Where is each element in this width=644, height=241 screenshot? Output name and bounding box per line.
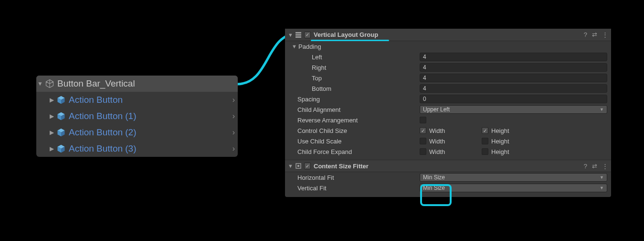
hierarchy-item-child[interactable]: ▶ Action Button (1) › xyxy=(36,108,238,124)
property-label: Horizontal Fit xyxy=(297,174,420,181)
hierarchy-item-child[interactable]: ▶ Action Button › xyxy=(36,92,238,108)
property-label: Reverse Arrangement xyxy=(297,117,420,124)
foldout-arrow-icon[interactable]: ▶ xyxy=(48,113,55,120)
prefab-open-icon[interactable]: › xyxy=(232,112,235,120)
foldout-arrow-icon[interactable]: ▼ xyxy=(36,80,44,87)
control-height-checkbox[interactable]: ✓ xyxy=(482,127,488,134)
component-title: Content Size Fitter xyxy=(314,163,579,170)
foldout-arrow-icon[interactable]: ▼ xyxy=(288,163,294,169)
vertical-fit-dropdown[interactable]: Min Size▼ xyxy=(420,184,607,192)
checkbox-sublabel: Height xyxy=(491,138,509,145)
foldout-arrow-icon[interactable]: ▼ xyxy=(288,32,294,38)
prefab-open-icon[interactable]: › xyxy=(232,128,235,137)
component-header-vertical-layout-group[interactable]: ▼ ✓ Vertical Layout Group ? ⇄ ⋮ xyxy=(285,29,611,41)
prefab-open-icon[interactable]: › xyxy=(232,96,235,104)
checkbox-sublabel: Height xyxy=(491,127,509,134)
component-icon xyxy=(295,31,302,39)
kebab-menu-icon[interactable]: ⋮ xyxy=(602,163,608,170)
property-row-vertical-fit: Vertical Fit Min Size▼ xyxy=(285,183,611,193)
inspector-panel: ▼ ✓ Vertical Layout Group ? ⇄ ⋮ ▼ Paddin… xyxy=(285,29,611,197)
checkbox-sublabel: Width xyxy=(429,148,445,155)
property-row-top: Top 4 xyxy=(285,73,611,83)
property-row-child-force-expand: Child Force Expand Width Height xyxy=(285,146,611,157)
property-row-child-alignment: Child Alignment Upper Left▼ xyxy=(285,104,611,115)
child-alignment-dropdown[interactable]: Upper Left▼ xyxy=(420,105,607,114)
svg-rect-4 xyxy=(297,165,299,167)
horizontal-fit-dropdown[interactable]: Min Size▼ xyxy=(420,173,607,182)
svg-rect-2 xyxy=(296,36,301,38)
property-row-reverse: Reverse Arrangement xyxy=(285,115,611,125)
property-label: Left xyxy=(312,54,420,61)
foldout-arrow-icon[interactable]: ▶ xyxy=(48,97,55,103)
hierarchy-label: Button Bar_Vertical xyxy=(57,78,235,89)
property-label: Control Child Size xyxy=(297,127,420,134)
control-width-checkbox[interactable]: ✓ xyxy=(420,127,426,134)
prefab-icon xyxy=(55,143,67,154)
reverse-checkbox[interactable] xyxy=(420,117,426,123)
prefab-icon xyxy=(55,110,67,122)
property-row-use-child-scale: Use Child Scale Width Height xyxy=(285,136,611,146)
property-label: Bottom xyxy=(312,85,420,92)
top-input[interactable]: 4 xyxy=(420,74,607,82)
checkbox-sublabel: Width xyxy=(429,127,445,134)
scale-width-checkbox[interactable] xyxy=(420,138,426,144)
property-row-bottom: Bottom 4 xyxy=(285,83,611,94)
property-label: Right xyxy=(312,64,420,71)
hierarchy-label: Action Button (2) xyxy=(69,127,232,138)
property-label: Child Force Expand xyxy=(297,148,420,155)
svg-rect-1 xyxy=(296,34,301,35)
property-row-left: Left 4 xyxy=(285,52,611,62)
property-row-right: Right 4 xyxy=(285,62,611,73)
hierarchy-item-child[interactable]: ▶ Action Button (3) › xyxy=(36,141,238,157)
kebab-menu-icon[interactable]: ⋮ xyxy=(602,31,608,38)
svg-rect-0 xyxy=(296,32,301,33)
hierarchy-label: Action Button (1) xyxy=(69,111,232,121)
property-label: Top xyxy=(312,75,420,82)
property-row-control-child-size: Control Child Size ✓Width ✓Height xyxy=(285,125,611,136)
property-label: Use Child Scale xyxy=(297,138,420,145)
chevron-down-icon: ▼ xyxy=(600,175,604,180)
foldout-arrow-icon[interactable]: ▼ xyxy=(292,44,297,49)
preset-icon[interactable]: ⇄ xyxy=(592,163,597,170)
chevron-down-icon: ▼ xyxy=(600,107,604,112)
left-input[interactable]: 4 xyxy=(420,53,607,61)
hierarchy-label: Action Button xyxy=(69,95,232,105)
component-icon xyxy=(295,162,302,170)
bottom-input[interactable]: 4 xyxy=(420,84,607,93)
spacing-input[interactable]: 0 xyxy=(420,95,607,103)
section-label: Padding xyxy=(298,43,321,50)
preset-icon[interactable]: ⇄ xyxy=(592,31,597,38)
hierarchy-label: Action Button (3) xyxy=(69,143,232,154)
checkbox-sublabel: Width xyxy=(429,138,445,145)
gameobject-icon xyxy=(44,78,55,89)
prefab-open-icon[interactable]: › xyxy=(232,144,235,153)
hierarchy-item-child[interactable]: ▶ Action Button (2) › xyxy=(36,124,238,141)
component-title: Vertical Layout Group xyxy=(314,31,579,38)
enable-checkbox[interactable]: ✓ xyxy=(304,163,311,169)
property-row-spacing: Spacing 0 xyxy=(285,94,611,104)
right-input[interactable]: 4 xyxy=(420,63,607,72)
help-icon[interactable]: ? xyxy=(584,31,587,38)
foldout-arrow-icon[interactable]: ▶ xyxy=(48,129,55,136)
expand-height-checkbox[interactable] xyxy=(482,148,488,155)
property-label: Vertical Fit xyxy=(297,185,420,192)
checkbox-sublabel: Height xyxy=(491,148,509,155)
expand-width-checkbox[interactable] xyxy=(420,148,426,155)
prefab-icon xyxy=(55,94,67,106)
foldout-arrow-icon[interactable]: ▶ xyxy=(48,145,55,152)
chevron-down-icon: ▼ xyxy=(600,186,604,190)
component-header-content-size-fitter[interactable]: ▼ ✓ Content Size Fitter ? ⇄ ⋮ xyxy=(285,160,611,172)
enable-checkbox[interactable]: ✓ xyxy=(304,32,311,38)
property-label: Child Alignment xyxy=(297,106,420,113)
property-row-horizontal-fit: Horizontal Fit Min Size▼ xyxy=(285,172,611,183)
hierarchy-panel: ▼ Button Bar_Vertical ▶ Action Button › … xyxy=(36,76,238,157)
prefab-icon xyxy=(55,127,67,138)
scale-height-checkbox[interactable] xyxy=(482,138,488,144)
padding-foldout[interactable]: ▼ Padding xyxy=(285,41,611,52)
help-icon[interactable]: ? xyxy=(584,163,587,170)
property-label: Spacing xyxy=(297,96,420,103)
hierarchy-item-parent[interactable]: ▼ Button Bar_Vertical xyxy=(36,76,238,92)
